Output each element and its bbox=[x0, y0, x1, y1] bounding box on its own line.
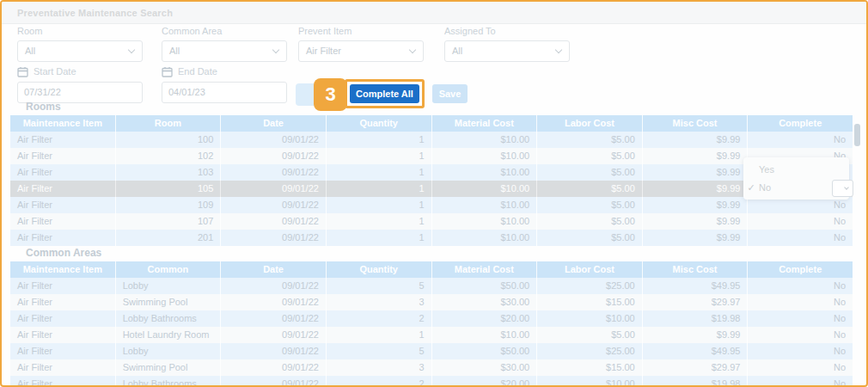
table-row[interactable]: Air Filter10709/01/221$10.00$5.00$9.99No bbox=[10, 213, 853, 230]
table-row[interactable]: Air Filter20109/01/221$10.00$5.00$9.99No bbox=[10, 230, 853, 246]
table-cell: $20.00 bbox=[432, 376, 538, 387]
app-window: Preventative Maintenance Search Room All… bbox=[0, 0, 868, 387]
table-cell: 09/01/22 bbox=[221, 164, 327, 181]
column-header: Maintenance Item bbox=[10, 115, 116, 132]
table-cell: Air Filter bbox=[10, 359, 116, 376]
table-cell: 107 bbox=[116, 213, 222, 230]
table-cell: $9.99 bbox=[643, 230, 749, 246]
table-cell: $5.00 bbox=[537, 132, 643, 148]
table-cell: 09/01/22 bbox=[221, 294, 327, 310]
table-cell: 103 bbox=[116, 164, 222, 181]
complete-cell[interactable]: No bbox=[748, 294, 853, 310]
column-header: Quantity bbox=[327, 115, 432, 132]
common-areas-table: Maintenance ItemCommonDateQuantityMateri… bbox=[10, 261, 853, 387]
complete-select[interactable] bbox=[832, 180, 853, 197]
dropdown-option-yes[interactable]: Yes bbox=[743, 161, 849, 179]
common-area-select[interactable]: All bbox=[162, 40, 287, 62]
table-cell: $5.00 bbox=[537, 197, 643, 213]
table-cell: 102 bbox=[116, 148, 222, 164]
table-cell: 1 bbox=[327, 181, 432, 197]
rooms-table: Maintenance ItemRoomDateQuantityMaterial… bbox=[10, 115, 853, 246]
table-cell: $50.00 bbox=[432, 343, 538, 359]
table-cell: $25.00 bbox=[537, 278, 643, 294]
column-header: Material Cost bbox=[432, 261, 538, 278]
end-date-group: End Date 04/01/23 bbox=[162, 65, 287, 103]
table-row[interactable]: Air FilterSwimming Pool09/01/223$30.00$1… bbox=[10, 359, 853, 376]
page-title: Preventative Maintenance Search bbox=[17, 2, 173, 24]
table-cell: 1 bbox=[327, 327, 432, 343]
common-areas-section: Common Areas Maintenance ItemCommonDateQ… bbox=[10, 246, 853, 387]
table-cell: 09/01/22 bbox=[221, 327, 327, 343]
table-row[interactable]: Air Filter10909/01/221$10.00$5.00$9.99No bbox=[10, 197, 853, 213]
column-header: Quantity bbox=[327, 261, 432, 278]
table-cell: $49.95 bbox=[643, 343, 749, 359]
dropdown-option-label: No bbox=[759, 179, 771, 197]
table-cell: $9.99 bbox=[643, 164, 749, 181]
assigned-to-select[interactable]: All bbox=[444, 40, 570, 62]
table-cell: 09/01/22 bbox=[221, 148, 327, 164]
table-cell: $19.98 bbox=[643, 376, 749, 387]
room-label: Room bbox=[17, 26, 143, 36]
table-cell: Hotel Laundry Room bbox=[116, 327, 222, 343]
column-header: Complete bbox=[748, 115, 853, 132]
table-row[interactable]: Air FilterLobby09/01/225$50.00$25.00$49.… bbox=[10, 343, 853, 359]
table-cell: $10.00 bbox=[432, 148, 538, 164]
table-cell: 5 bbox=[327, 343, 432, 359]
table-row[interactable]: Air Filter10509/01/221$10.00$5.00$9.99No bbox=[10, 181, 853, 197]
table-cell: $5.00 bbox=[537, 164, 643, 181]
table-cell: Air Filter bbox=[10, 376, 116, 387]
column-header: Maintenance Item bbox=[10, 261, 116, 278]
table-cell: 09/01/22 bbox=[221, 213, 327, 230]
table-cell: 1 bbox=[327, 132, 432, 148]
table-cell: $29.97 bbox=[643, 294, 749, 310]
complete-cell[interactable]: No bbox=[748, 359, 853, 376]
table-row[interactable]: Air Filter10309/01/221$10.00$5.00$9.99No bbox=[10, 164, 853, 181]
table-cell: 3 bbox=[327, 359, 432, 376]
table-cell: $50.00 bbox=[432, 278, 538, 294]
complete-cell[interactable]: No bbox=[748, 343, 853, 359]
table-cell: Lobby Bathrooms bbox=[116, 376, 222, 387]
table-row[interactable]: Air FilterHotel Laundry Room09/01/221$10… bbox=[10, 327, 853, 343]
table-cell: 1 bbox=[327, 197, 432, 213]
room-select[interactable]: All bbox=[17, 40, 143, 62]
complete-cell[interactable]: No bbox=[748, 376, 853, 387]
table-cell: $10.00 bbox=[432, 327, 538, 343]
complete-cell[interactable]: No bbox=[748, 310, 853, 327]
table-cell: Air Filter bbox=[10, 343, 116, 359]
table-row[interactable]: Air Filter10009/01/221$10.00$5.00$9.99No bbox=[10, 132, 853, 148]
chevron-down-icon bbox=[844, 185, 849, 190]
rooms-heading: Rooms bbox=[10, 100, 853, 115]
table-cell: Air Filter bbox=[10, 310, 116, 327]
table-row[interactable]: Air FilterLobby09/01/225$50.00$25.00$49.… bbox=[10, 278, 853, 294]
complete-cell[interactable]: No bbox=[748, 132, 853, 148]
column-header: Labor Cost bbox=[537, 115, 643, 132]
table-cell: Air Filter bbox=[10, 164, 116, 181]
column-header: Room bbox=[116, 115, 222, 132]
table-cell: 109 bbox=[116, 197, 222, 213]
table-cell: 09/01/22 bbox=[221, 376, 327, 387]
table-row[interactable]: Air FilterSwimming Pool09/01/223$30.00$1… bbox=[10, 294, 853, 310]
complete-cell[interactable]: No bbox=[748, 213, 853, 230]
start-date-group: Start Date 07/31/22 bbox=[17, 65, 143, 103]
table-cell: 1 bbox=[327, 148, 432, 164]
table-row[interactable]: Air Filter10209/01/221$10.00$5.00$9.99No bbox=[10, 148, 853, 164]
table-cell: $19.98 bbox=[643, 310, 749, 327]
table-cell: 1 bbox=[327, 213, 432, 230]
table-cell: $9.99 bbox=[643, 181, 749, 197]
table-cell: $30.00 bbox=[432, 294, 538, 310]
table-cell: $10.00 bbox=[432, 213, 538, 230]
complete-cell[interactable]: No bbox=[748, 278, 853, 294]
table-cell: $29.97 bbox=[643, 359, 749, 376]
checkmark-icon: ✓ bbox=[743, 179, 759, 197]
table-cell: $9.99 bbox=[643, 213, 749, 230]
scrollbar-thumb[interactable] bbox=[854, 124, 860, 146]
table-cell: $10.00 bbox=[432, 197, 538, 213]
complete-cell[interactable]: No bbox=[748, 327, 853, 343]
chevron-down-icon bbox=[555, 46, 562, 53]
complete-cell[interactable]: No bbox=[748, 230, 853, 246]
column-header: Misc Cost bbox=[643, 261, 749, 278]
prevent-item-select[interactable]: Air Filter bbox=[298, 40, 424, 62]
table-row[interactable]: Air FilterLobby Bathrooms09/01/222$20.00… bbox=[10, 376, 853, 387]
table-row[interactable]: Air FilterLobby Bathrooms09/01/222$20.00… bbox=[10, 310, 853, 327]
chevron-down-icon bbox=[409, 46, 416, 53]
